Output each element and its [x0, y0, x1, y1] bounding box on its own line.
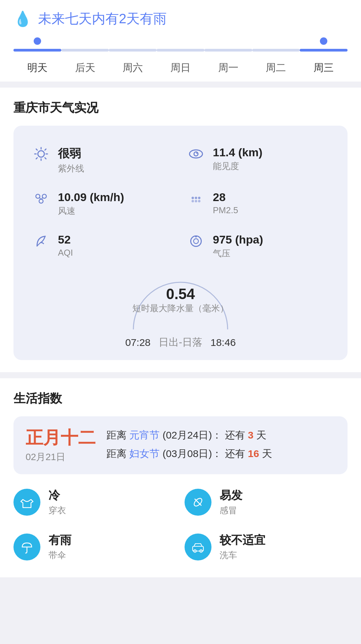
svg-point-0 — [38, 151, 44, 157]
festival-name: 元宵节 — [129, 429, 160, 441]
sep-1 — [0, 82, 361, 88]
weather-value: 10.09 (km/h) — [58, 191, 124, 204]
weather-label: 风速 — [58, 205, 124, 217]
day-tab-周三[interactable]: 周三 — [300, 37, 348, 82]
weather-value: 975 (hpa) — [213, 233, 263, 246]
svg-point-10 — [194, 152, 198, 156]
life-value: 易发 — [220, 488, 242, 503]
tab-bar — [252, 49, 300, 52]
tab-bar — [13, 49, 61, 52]
sunrise-time: 07:28 — [125, 337, 151, 348]
weather-value: 11.4 (km) — [213, 146, 262, 159]
svg-line-28 — [195, 499, 201, 506]
svg-point-21 — [195, 200, 197, 202]
life-item: 冷 穿衣 — [13, 484, 176, 520]
life-info: 冷 穿衣 — [48, 488, 66, 516]
weather-item: 很弱 紫外线 — [26, 138, 180, 183]
svg-point-25 — [194, 239, 198, 244]
weather-info: 52 AQI — [58, 233, 73, 258]
weather-section-title: 重庆市天气实况 — [13, 100, 348, 116]
weather-label: 气压 — [213, 248, 263, 259]
rain-drop-icon: 💧 — [13, 10, 32, 28]
festival-row-1: 距离 妇女节 (03月08日)： 还有 16 天 — [106, 447, 272, 461]
sun-row: 07:28 日出-日落 18:46 — [125, 335, 236, 349]
svg-line-6 — [45, 158, 46, 159]
weather-info: 10.09 (km/h) 风速 — [58, 191, 124, 217]
life-icon-circle — [185, 489, 211, 516]
festival-row-0: 距离 元宵节 (02月24日)： 还有 3 天 — [106, 428, 272, 442]
tab-bar — [109, 49, 157, 52]
svg-point-11 — [196, 153, 198, 154]
tab-label: 周一 — [218, 56, 238, 82]
life-icon-circle — [185, 534, 211, 560]
festival-days: 3 — [248, 429, 254, 441]
life-info: 较不适宜 洗车 — [220, 533, 265, 561]
arc-text-container: 0.54 短时最大降水量（毫米） — [127, 286, 234, 314]
weather-info: 28 PM2.5 — [213, 191, 238, 216]
svg-line-7 — [45, 149, 46, 150]
weather-info: 很弱 紫外线 — [58, 146, 84, 174]
lunar-date-block: 正月十二 02月21日 — [26, 427, 96, 463]
life-value: 较不适宜 — [220, 533, 265, 548]
day-tab-周一[interactable]: 周一 — [204, 37, 252, 82]
svg-point-14 — [39, 199, 43, 203]
tab-bar — [61, 49, 109, 52]
life-label: 感冒 — [220, 505, 242, 516]
weather-item: 28 PM2.5 — [180, 183, 335, 225]
life-section: 生活指数 正月十二 02月21日 距离 元宵节 (02月24日)： 还有 3 天… — [0, 378, 361, 577]
weather-icon — [31, 146, 51, 162]
lunar-sub: 02月21日 — [26, 451, 96, 463]
svg-point-26 — [195, 236, 197, 237]
life-label: 穿衣 — [48, 505, 66, 516]
weather-label: PM2.5 — [213, 205, 238, 216]
header-title-row: 💧 未来七天内有2天有雨 — [13, 9, 348, 28]
svg-line-5 — [36, 149, 37, 150]
life-label: 洗车 — [220, 549, 265, 561]
life-icon-circle — [13, 489, 40, 516]
weather-info: 975 (hpa) 气压 — [213, 233, 263, 259]
sunset-time: 18:46 — [210, 337, 236, 348]
tab-bar — [300, 49, 348, 52]
weather-card: 很弱 紫外线 11.4 (km) 能见度 10.09 (km/h) 风速 28 … — [13, 126, 348, 360]
svg-point-19 — [198, 197, 200, 199]
weather-value: 52 — [58, 233, 73, 246]
weather-label: 能见度 — [213, 160, 262, 172]
weather-label: AQI — [58, 248, 73, 258]
calendar-card: 正月十二 02月21日 距离 元宵节 (02月24日)： 还有 3 天距离 妇女… — [13, 416, 348, 474]
life-value: 冷 — [48, 488, 66, 503]
day-tab-周二[interactable]: 周二 — [252, 37, 300, 82]
life-section-title: 生活指数 — [13, 390, 348, 407]
svg-point-20 — [192, 200, 194, 202]
tab-label: 明天 — [27, 56, 47, 82]
weather-label: 紫外线 — [58, 163, 84, 174]
weather-grid: 很弱 紫外线 11.4 (km) 能见度 10.09 (km/h) 风速 28 … — [26, 138, 335, 267]
weather-value: 28 — [213, 191, 238, 204]
weather-item: 11.4 (km) 能见度 — [180, 138, 335, 183]
rainfall-label: 短时最大降水量（毫米） — [132, 302, 229, 314]
life-info: 有雨 带伞 — [48, 533, 71, 561]
sep-2 — [0, 372, 361, 378]
life-icon-circle — [13, 534, 40, 560]
header-section: 💧 未来七天内有2天有雨 明天 后天 周六 周日 周一 周二 周三 — [0, 0, 361, 82]
life-info: 易发 感冒 — [220, 488, 242, 516]
day-tab-周六[interactable]: 周六 — [109, 37, 157, 82]
weather-icon — [186, 146, 206, 162]
day-tab-周日[interactable]: 周日 — [157, 37, 204, 82]
header-title: 未来七天内有2天有雨 — [38, 9, 167, 28]
rainfall-value: 0.54 — [166, 286, 195, 302]
svg-point-22 — [198, 200, 200, 202]
life-grid: 冷 穿衣 易发 感冒 有雨 带伞 较不适宜 洗车 — [13, 484, 348, 565]
weather-item: 52 AQI — [26, 225, 180, 267]
weather-icon — [186, 191, 206, 207]
life-item: 易发 感冒 — [185, 484, 348, 520]
svg-point-17 — [192, 197, 194, 199]
festival-name: 妇女节 — [129, 448, 160, 459]
day-tabs: 明天 后天 周六 周日 周一 周二 周三 — [13, 37, 348, 82]
sun-label: 日出-日落 — [159, 335, 202, 349]
day-tab-明天[interactable]: 明天 — [13, 37, 61, 82]
tab-label: 后天 — [75, 56, 95, 82]
svg-line-8 — [36, 158, 37, 159]
weather-item: 10.09 (km/h) 风速 — [26, 183, 180, 225]
day-tab-后天[interactable]: 后天 — [61, 37, 109, 82]
svg-point-18 — [195, 197, 197, 199]
